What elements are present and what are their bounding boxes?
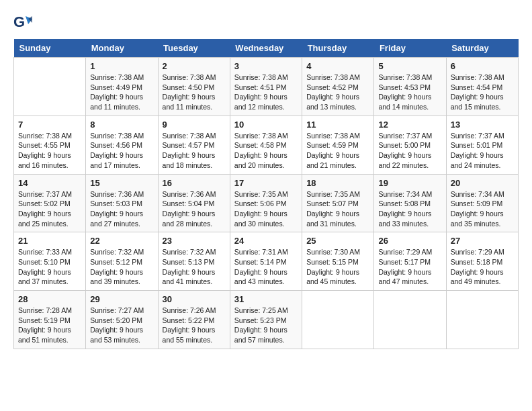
day-number: 30 <box>163 294 226 304</box>
column-header-sunday: Sunday <box>14 39 86 58</box>
day-info: Sunrise: 7:38 AM Sunset: 4:59 PM Dayligh… <box>306 131 369 171</box>
day-info: Sunrise: 7:34 AM Sunset: 5:09 PM Dayligh… <box>451 189 514 229</box>
day-number: 26 <box>378 236 441 246</box>
day-info: Sunrise: 7:38 AM Sunset: 4:58 PM Dayligh… <box>234 131 298 171</box>
day-info: Sunrise: 7:37 AM Sunset: 5:01 PM Dayligh… <box>451 131 514 171</box>
day-info: Sunrise: 7:29 AM Sunset: 5:18 PM Dayligh… <box>451 247 514 287</box>
day-number: 23 <box>163 236 226 246</box>
day-number: 14 <box>18 178 81 188</box>
day-cell: 10Sunrise: 7:38 AM Sunset: 4:58 PM Dayli… <box>230 116 302 174</box>
day-number: 12 <box>378 120 441 130</box>
day-info: Sunrise: 7:37 AM Sunset: 5:00 PM Dayligh… <box>378 131 441 171</box>
day-cell: 14Sunrise: 7:37 AM Sunset: 5:02 PM Dayli… <box>14 174 86 232</box>
day-info: Sunrise: 7:38 AM Sunset: 4:50 PM Dayligh… <box>163 73 226 112</box>
day-info: Sunrise: 7:36 AM Sunset: 5:04 PM Dayligh… <box>163 189 226 229</box>
day-number: 20 <box>451 178 514 188</box>
day-info: Sunrise: 7:38 AM Sunset: 4:49 PM Dayligh… <box>90 73 153 112</box>
day-cell: 19Sunrise: 7:34 AM Sunset: 5:08 PM Dayli… <box>374 174 446 232</box>
logo-icon: G <box>13 13 32 32</box>
day-number: 25 <box>306 236 369 246</box>
day-info: Sunrise: 7:38 AM Sunset: 4:57 PM Dayligh… <box>163 131 226 171</box>
day-cell: 16Sunrise: 7:36 AM Sunset: 5:04 PM Dayli… <box>158 174 230 232</box>
day-cell <box>302 291 374 349</box>
column-header-thursday: Thursday <box>302 39 374 58</box>
day-number: 18 <box>306 178 369 188</box>
day-info: Sunrise: 7:35 AM Sunset: 5:06 PM Dayligh… <box>234 189 298 229</box>
column-header-wednesday: Wednesday <box>230 39 302 58</box>
day-info: Sunrise: 7:30 AM Sunset: 5:15 PM Dayligh… <box>306 247 369 287</box>
day-info: Sunrise: 7:26 AM Sunset: 5:22 PM Dayligh… <box>163 306 226 345</box>
day-number: 22 <box>90 236 153 246</box>
day-info: Sunrise: 7:38 AM Sunset: 4:55 PM Dayligh… <box>18 131 81 171</box>
day-cell: 4Sunrise: 7:38 AM Sunset: 4:52 PM Daylig… <box>302 58 374 116</box>
day-cell: 12Sunrise: 7:37 AM Sunset: 5:00 PM Dayli… <box>374 116 446 174</box>
day-info: Sunrise: 7:29 AM Sunset: 5:17 PM Dayligh… <box>378 247 441 287</box>
week-row-2: 7Sunrise: 7:38 AM Sunset: 4:55 PM Daylig… <box>14 116 519 174</box>
day-number: 3 <box>234 61 298 71</box>
day-info: Sunrise: 7:38 AM Sunset: 4:54 PM Dayligh… <box>451 73 514 112</box>
day-info: Sunrise: 7:33 AM Sunset: 5:10 PM Dayligh… <box>18 247 81 287</box>
day-number: 29 <box>90 294 153 304</box>
day-number: 21 <box>18 236 81 246</box>
day-cell: 1Sunrise: 7:38 AM Sunset: 4:49 PM Daylig… <box>86 58 158 116</box>
day-info: Sunrise: 7:37 AM Sunset: 5:02 PM Dayligh… <box>18 189 81 229</box>
day-cell: 8Sunrise: 7:38 AM Sunset: 4:56 PM Daylig… <box>86 116 158 174</box>
calendar-table: SundayMondayTuesdayWednesdayThursdayFrid… <box>13 39 519 349</box>
day-cell <box>374 291 446 349</box>
day-cell <box>14 58 86 116</box>
day-cell: 24Sunrise: 7:31 AM Sunset: 5:14 PM Dayli… <box>230 232 302 291</box>
day-cell: 27Sunrise: 7:29 AM Sunset: 5:18 PM Dayli… <box>446 232 518 291</box>
day-cell: 7Sunrise: 7:38 AM Sunset: 4:55 PM Daylig… <box>14 116 86 174</box>
day-cell: 22Sunrise: 7:32 AM Sunset: 5:12 PM Dayli… <box>86 232 158 291</box>
day-info: Sunrise: 7:35 AM Sunset: 5:07 PM Dayligh… <box>306 189 369 229</box>
column-header-saturday: Saturday <box>446 39 518 58</box>
day-number: 8 <box>90 120 153 130</box>
day-cell: 17Sunrise: 7:35 AM Sunset: 5:06 PM Dayli… <box>230 174 302 232</box>
week-row-1: 1Sunrise: 7:38 AM Sunset: 4:49 PM Daylig… <box>14 58 519 116</box>
day-info: Sunrise: 7:38 AM Sunset: 4:53 PM Dayligh… <box>378 73 441 112</box>
day-cell: 13Sunrise: 7:37 AM Sunset: 5:01 PM Dayli… <box>446 116 518 174</box>
day-info: Sunrise: 7:34 AM Sunset: 5:08 PM Dayligh… <box>378 189 441 229</box>
day-cell: 6Sunrise: 7:38 AM Sunset: 4:54 PM Daylig… <box>446 58 518 116</box>
day-info: Sunrise: 7:32 AM Sunset: 5:12 PM Dayligh… <box>90 247 153 287</box>
column-header-monday: Monday <box>86 39 158 58</box>
day-number: 27 <box>451 236 514 246</box>
day-cell: 31Sunrise: 7:25 AM Sunset: 5:23 PM Dayli… <box>230 291 302 349</box>
svg-text:G: G <box>13 13 25 30</box>
day-cell: 3Sunrise: 7:38 AM Sunset: 4:51 PM Daylig… <box>230 58 302 116</box>
day-number: 31 <box>234 294 298 304</box>
week-row-3: 14Sunrise: 7:37 AM Sunset: 5:02 PM Dayli… <box>14 174 519 232</box>
day-cell: 30Sunrise: 7:26 AM Sunset: 5:22 PM Dayli… <box>158 291 230 349</box>
day-cell: 26Sunrise: 7:29 AM Sunset: 5:17 PM Dayli… <box>374 232 446 291</box>
day-number: 17 <box>234 178 298 188</box>
day-info: Sunrise: 7:38 AM Sunset: 4:52 PM Dayligh… <box>306 73 369 112</box>
day-cell: 2Sunrise: 7:38 AM Sunset: 4:50 PM Daylig… <box>158 58 230 116</box>
day-info: Sunrise: 7:38 AM Sunset: 4:51 PM Dayligh… <box>234 73 298 112</box>
day-cell <box>446 291 518 349</box>
day-number: 10 <box>234 120 298 130</box>
day-number: 2 <box>163 61 226 71</box>
day-info: Sunrise: 7:36 AM Sunset: 5:03 PM Dayligh… <box>90 189 153 229</box>
week-row-5: 28Sunrise: 7:28 AM Sunset: 5:19 PM Dayli… <box>14 291 519 349</box>
day-number: 15 <box>90 178 153 188</box>
day-number: 13 <box>451 120 514 130</box>
day-cell: 20Sunrise: 7:34 AM Sunset: 5:09 PM Dayli… <box>446 174 518 232</box>
page-header: G <box>13 13 519 32</box>
day-cell: 25Sunrise: 7:30 AM Sunset: 5:15 PM Dayli… <box>302 232 374 291</box>
days-header-row: SundayMondayTuesdayWednesdayThursdayFrid… <box>14 39 519 58</box>
day-info: Sunrise: 7:38 AM Sunset: 4:56 PM Dayligh… <box>90 131 153 171</box>
day-cell: 11Sunrise: 7:38 AM Sunset: 4:59 PM Dayli… <box>302 116 374 174</box>
day-info: Sunrise: 7:28 AM Sunset: 5:19 PM Dayligh… <box>18 306 81 345</box>
day-number: 28 <box>18 294 81 304</box>
day-number: 9 <box>163 120 226 130</box>
day-number: 16 <box>163 178 226 188</box>
day-number: 19 <box>378 178 441 188</box>
day-cell: 15Sunrise: 7:36 AM Sunset: 5:03 PM Dayli… <box>86 174 158 232</box>
day-number: 6 <box>451 61 514 71</box>
day-cell: 5Sunrise: 7:38 AM Sunset: 4:53 PM Daylig… <box>374 58 446 116</box>
column-header-friday: Friday <box>374 39 446 58</box>
day-number: 1 <box>90 61 153 71</box>
day-cell: 29Sunrise: 7:27 AM Sunset: 5:20 PM Dayli… <box>86 291 158 349</box>
day-cell: 28Sunrise: 7:28 AM Sunset: 5:19 PM Dayli… <box>14 291 86 349</box>
column-header-tuesday: Tuesday <box>158 39 230 58</box>
